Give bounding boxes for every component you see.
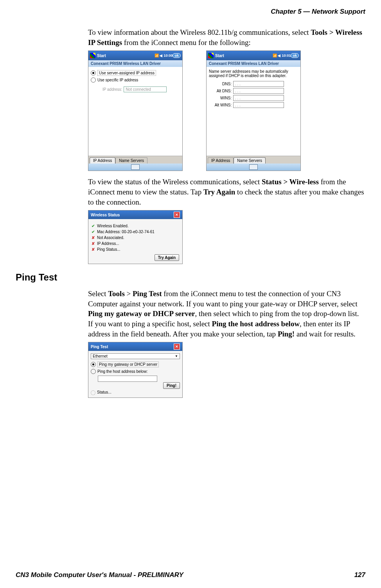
page-number: 127 bbox=[354, 571, 365, 579]
status-row-assoc: ✘Not Associated. bbox=[92, 235, 179, 241]
chevron-down-icon: ▼ bbox=[175, 354, 178, 358]
radio-label: Ping my gateway or DHCP server bbox=[97, 361, 159, 367]
tab-name-servers[interactable]: Name Servers bbox=[115, 157, 147, 164]
interface-dropdown[interactable]: Ethernet ▼ bbox=[91, 353, 180, 359]
alt-wins-label: Alt WINS: bbox=[209, 103, 233, 107]
radio-icon bbox=[91, 369, 96, 374]
ip-address-field[interactable]: Not connected bbox=[124, 86, 167, 92]
start-label[interactable]: Start bbox=[215, 54, 224, 58]
start-label[interactable]: Start bbox=[97, 54, 106, 58]
ip-address-label: IP address: bbox=[102, 87, 122, 92]
alt-dns-label: Alt DNS: bbox=[209, 89, 233, 93]
ping-test-screenshot: Ping Test ✕ Ethernet ▼ Ping my gateway o… bbox=[88, 342, 183, 397]
paragraph-1: To view information about the Wireless 8… bbox=[88, 27, 365, 47]
title-text: Wireless Status bbox=[91, 213, 120, 217]
titlebar: Start 📶 ◀ 10:00 ok bbox=[88, 51, 182, 60]
status-row-ping: ✘Ping Status... bbox=[92, 246, 179, 252]
text: To view the status of the Wireless commu… bbox=[88, 178, 262, 186]
start-flag-icon bbox=[90, 53, 95, 58]
dns-label: DNS: bbox=[209, 82, 233, 86]
close-icon[interactable]: ✕ bbox=[174, 343, 180, 350]
keyboard-icon[interactable] bbox=[131, 164, 140, 170]
page-header: Chapter 5 — Network Support bbox=[16, 8, 365, 16]
tab-ip-address[interactable]: IP Address bbox=[208, 157, 234, 164]
text: To view information about the Wireless 8… bbox=[88, 28, 311, 36]
try-again-button[interactable]: Try Again bbox=[155, 254, 179, 261]
spinner-icon bbox=[91, 390, 95, 395]
sip-bar bbox=[88, 164, 182, 171]
radio-icon bbox=[91, 362, 96, 367]
paragraph-2: To view the status of the Wireless commu… bbox=[88, 177, 365, 207]
close-icon[interactable]: ✕ bbox=[174, 212, 180, 218]
alt-dns-input[interactable]: . . . bbox=[233, 88, 284, 94]
tab-ip-address[interactable]: IP Address bbox=[90, 157, 115, 164]
ok-button[interactable]: ok bbox=[291, 53, 299, 58]
radio-icon bbox=[91, 70, 96, 76]
ping-test-heading: Ping Test bbox=[16, 272, 365, 283]
titlebar: Start 📶 ◀ 10:01 ok bbox=[207, 51, 300, 60]
dropdown-value: Ethernet bbox=[93, 354, 108, 358]
radio-icon bbox=[91, 77, 96, 83]
ip-settings-screenshot-2: Start 📶 ◀ 10:01 ok Conexant PRISM Wirele… bbox=[206, 50, 301, 171]
ip-settings-screenshot-1: Start 📶 ◀ 10:00 ok Conexant PRISM Wirele… bbox=[88, 50, 183, 171]
host-address-input[interactable] bbox=[98, 376, 157, 382]
bold: Try Again bbox=[203, 188, 235, 196]
driver-title: Conexant PRISM Wireless LAN Driver bbox=[207, 60, 300, 67]
alt-wins-input[interactable]: . . . bbox=[233, 102, 284, 108]
status-icons: 📶 ◀ 10:01 bbox=[273, 54, 291, 58]
dhcp-note: Name server addresses may be automatical… bbox=[209, 69, 298, 78]
radio-label: Use specific IP address bbox=[97, 78, 138, 82]
status-row-ip: ✘IP Address... bbox=[92, 241, 179, 246]
tab-name-servers[interactable]: Name Servers bbox=[234, 157, 266, 164]
wireless-status-screenshot: Wireless Status ✕ ✔Wireless Enabled. ✔Ma… bbox=[88, 210, 183, 264]
radio-label: Ping the host address below: bbox=[97, 369, 147, 374]
ok-button[interactable]: ok bbox=[173, 53, 181, 58]
ping-status-row: Status... bbox=[91, 390, 180, 395]
wins-label: WINS: bbox=[209, 96, 233, 100]
status-icons: 📶 ◀ 10:00 bbox=[155, 54, 173, 58]
start-flag-icon bbox=[208, 53, 214, 58]
bold: Status > Wire-less bbox=[262, 178, 319, 186]
status-row-mac: ✔Mac Address: 00-20-e0-32-74-61 bbox=[92, 229, 179, 235]
dns-input[interactable]: . . . bbox=[233, 81, 284, 87]
x-icon: ✘ bbox=[92, 236, 95, 240]
wins-input[interactable]: . . . bbox=[233, 95, 284, 101]
driver-title: Conexant PRISM Wireless LAN Driver bbox=[88, 60, 182, 67]
check-icon: ✔ bbox=[92, 224, 95, 228]
text: from the iConnect menu for the following… bbox=[122, 38, 251, 47]
radio-server-assigned[interactable]: Use server-assigned IP address bbox=[91, 69, 180, 77]
radio-specific-ip[interactable]: Use specific IP address bbox=[91, 77, 180, 83]
radio-ping-host[interactable]: Ping the host address below: bbox=[91, 368, 180, 375]
footer-left: CN3 Mobile Computer User's Manual - PREL… bbox=[16, 571, 183, 579]
x-icon: ✘ bbox=[92, 241, 95, 246]
titlebar: Wireless Status ✕ bbox=[88, 210, 182, 219]
ping-button[interactable]: Ping! bbox=[163, 382, 180, 389]
titlebar: Ping Test ✕ bbox=[88, 342, 182, 351]
title-text: Ping Test bbox=[91, 345, 108, 349]
status-row-enabled: ✔Wireless Enabled. bbox=[92, 223, 179, 229]
keyboard-icon[interactable] bbox=[249, 164, 258, 170]
check-icon: ✔ bbox=[92, 230, 95, 234]
x-icon: ✘ bbox=[92, 247, 95, 252]
radio-ping-gateway[interactable]: Ping my gateway or DHCP server bbox=[91, 361, 180, 368]
paragraph-3: Select Tools > Ping Test from the iConne… bbox=[88, 289, 365, 339]
radio-label: Use server-assigned IP address bbox=[97, 70, 156, 76]
sip-bar bbox=[207, 164, 300, 171]
